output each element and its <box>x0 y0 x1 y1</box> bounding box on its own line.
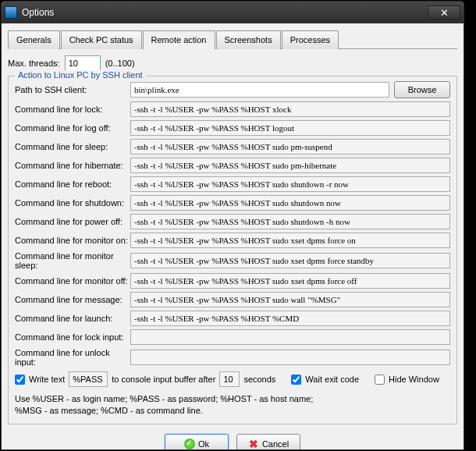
tab-bar: Generals Check PC status Remote action S… <box>8 30 457 49</box>
content-area: Generals Check PC status Remote action S… <box>2 23 464 449</box>
hint-line-2: %MSG - as message; %CMD - as command lin… <box>15 405 450 417</box>
browse-button[interactable]: Browse <box>394 81 450 98</box>
ssh-path-input[interactable] <box>130 82 389 98</box>
reboot-input[interactable] <box>130 176 450 192</box>
reboot-label: Command line for reboot: <box>15 179 130 189</box>
shutdown-input[interactable] <box>130 195 450 211</box>
launch-input[interactable] <box>130 311 450 326</box>
logoff-label: Command line for log off: <box>15 123 130 133</box>
ok-button[interactable]: Ok <box>165 434 229 450</box>
window-title: Options <box>22 7 428 18</box>
hide-window-checkbox[interactable] <box>375 375 385 385</box>
ssh-path-label: Path to SSH client: <box>15 85 130 94</box>
cancel-button[interactable]: ✖ Cancel <box>236 434 300 450</box>
hibernate-input[interactable] <box>130 158 450 173</box>
message-label: Command line for message: <box>15 295 130 304</box>
logoff-input[interactable] <box>130 120 450 136</box>
tab-screenshots[interactable]: Screenshots <box>216 30 281 49</box>
max-threads-input[interactable] <box>65 55 101 71</box>
monitor-sleep-input[interactable] <box>130 253 450 268</box>
seconds-label: seconds <box>243 375 275 384</box>
buffer-after-label: to console input buffer after <box>112 375 215 384</box>
seconds-input[interactable] <box>219 371 240 387</box>
wait-exit-label: Wait exit code <box>305 375 359 384</box>
options-dialog: Options ✕ Generals Check PC status Remot… <box>1 1 464 450</box>
message-input[interactable] <box>130 292 450 307</box>
tab-remote-action[interactable]: Remote action <box>143 30 215 49</box>
wait-exit-checkbox[interactable] <box>291 375 301 385</box>
hide-window-label: Hide Window <box>389 375 439 384</box>
sleep-input[interactable] <box>130 139 450 154</box>
ssh-fieldset: Action to Linux PC by SSH client Path to… <box>8 76 457 424</box>
lock-label: Command line for lock: <box>15 105 130 114</box>
write-text-label: Write text <box>29 375 65 384</box>
lock-input-label: Command line for lock input: <box>15 332 130 342</box>
sleep-label: Command line for sleep: <box>15 142 130 151</box>
placeholder-hint: Use %USER - as login name; %PASS - as pa… <box>15 393 450 417</box>
monitor-off-label: Command line for monitor off: <box>15 276 130 286</box>
fieldset-legend: Action to Linux PC by SSH client <box>15 70 146 80</box>
max-threads-range: (0..100) <box>105 59 135 68</box>
hibernate-label: Command line for hibernate: <box>15 161 130 170</box>
tab-check-pc-status[interactable]: Check PC status <box>61 30 142 49</box>
options-row: Write text to console input buffer after… <box>15 371 450 387</box>
poweroff-label: Command line for power off: <box>15 217 130 226</box>
cancel-label: Cancel <box>262 439 289 449</box>
close-button[interactable]: ✕ <box>428 5 460 20</box>
monitor-on-label: Command line for monitor on: <box>15 236 130 245</box>
monitor-sleep-label: Command line for monitor sleep: <box>15 251 130 270</box>
monitor-off-input[interactable] <box>130 273 450 289</box>
ok-label: Ok <box>198 439 209 449</box>
shutdown-label: Command line for shutdown: <box>15 198 130 208</box>
write-text-checkbox[interactable] <box>15 375 25 385</box>
max-threads-row: Max. threads: (0..100) <box>8 55 457 71</box>
tab-generals[interactable]: Generals <box>8 30 60 49</box>
ok-icon <box>184 439 195 449</box>
monitor-on-input[interactable] <box>130 233 450 248</box>
titlebar[interactable]: Options ✕ <box>2 2 464 23</box>
write-text-token[interactable] <box>69 371 108 387</box>
tab-processes[interactable]: Processes <box>282 30 339 49</box>
dialog-buttons: Ok ✖ Cancel <box>8 434 457 450</box>
lock-input-input[interactable] <box>130 329 450 345</box>
app-icon <box>5 6 17 19</box>
launch-label: Command line for launch: <box>15 314 130 323</box>
unlock-input-label: Command line for unlock input: <box>15 348 130 367</box>
poweroff-input[interactable] <box>130 214 450 229</box>
unlock-input-input[interactable] <box>130 350 450 365</box>
cancel-icon: ✖ <box>248 439 259 449</box>
lock-input[interactable] <box>130 101 450 117</box>
hint-line-1: Use %USER - as login name; %PASS - as pa… <box>15 393 450 405</box>
max-threads-label: Max. threads: <box>8 59 60 68</box>
